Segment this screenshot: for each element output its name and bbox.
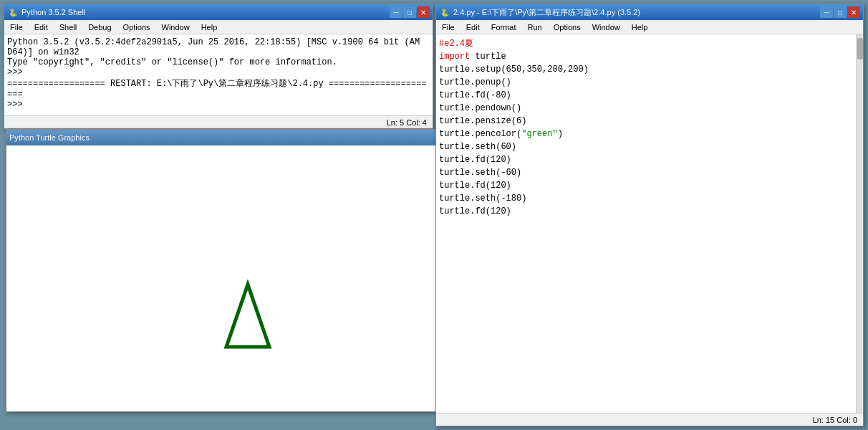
editor-window: 🐍 2.4.py - E:\下雨了\Py\第二章程序练习题\2.4.py (3.… [435, 4, 864, 426]
editor-menu-edit[interactable]: Edit [460, 22, 486, 33]
editor-close-button[interactable]: ✕ [847, 6, 860, 18]
code-line-8: turtle.pencolor("green") [439, 128, 860, 140]
code-line-3: turtle.setup(650,350,200,200) [439, 63, 860, 76]
code-string-8: "green" [521, 128, 557, 140]
code-line-10: turtle.fd(120) [439, 153, 860, 166]
code-text-6: turtle.pendown() [439, 102, 521, 115]
code-text-8b: ) [558, 128, 563, 140]
turtle-triangle [226, 285, 269, 347]
editor-menu-format[interactable]: Format [486, 22, 522, 33]
code-line-1: #e2.4夏 [439, 37, 860, 50]
editor-menu-bar: File Edit Format Run Options Window Help [436, 20, 863, 34]
shell-maximize-button[interactable]: □ [403, 6, 416, 18]
code-text-5: turtle.fd(-80) [439, 89, 511, 102]
code-line-13: turtle.seth(-180) [439, 192, 860, 205]
code-text-14: turtle.fd(120) [439, 205, 511, 218]
code-comment-1: #e2.4夏 [439, 37, 473, 50]
code-line-14: turtle.fd(120) [439, 205, 860, 218]
editor-code[interactable]: #e2.4夏 import turtle turtle.setup(650,35… [436, 34, 863, 413]
editor-scrollbar-thumb[interactable] [857, 38, 863, 59]
editor-minimize-button[interactable]: ─ [820, 6, 833, 18]
shell-title-text: Python 3.5.2 Shell [21, 8, 389, 16]
editor-menu-file[interactable]: File [436, 22, 460, 33]
code-text-13: turtle.seth(-180) [439, 192, 526, 205]
editor-title-text: 2.4.py - E:\下雨了\Py\第二章程序练习题\2.4.py (3.5.… [453, 7, 819, 18]
code-text-8a: turtle.pencolor( [439, 128, 521, 140]
shell-menu-edit[interactable]: Edit [29, 22, 54, 33]
editor-menu-run[interactable]: Run [522, 22, 548, 33]
code-line-2: import turtle [439, 50, 860, 63]
turtle-canvas [6, 145, 483, 411]
shell-content-area: Python 3.5.2 (v3.5.2:4def2a2901a5, Jun 2… [4, 34, 433, 115]
shell-menu-help[interactable]: Help [196, 22, 223, 33]
code-line-11: turtle.seth(-60) [439, 166, 860, 179]
code-text-12: turtle.fd(120) [439, 179, 511, 192]
shell-menu-debug[interactable]: Debug [82, 22, 117, 33]
shell-menu-window[interactable]: Window [156, 22, 196, 33]
editor-status-text: Ln: 15 Col: 0 [813, 416, 857, 424]
editor-content-area[interactable]: #e2.4夏 import turtle turtle.setup(650,35… [436, 34, 863, 413]
code-text-9: turtle.seth(60) [439, 140, 516, 153]
code-text-10: turtle.fd(120) [439, 153, 511, 166]
editor-maximize-button[interactable]: □ [834, 6, 847, 18]
code-kw-import: import [439, 50, 470, 63]
shell-menu-bar: File Edit Shell Debug Options Window Hel… [4, 20, 433, 34]
code-line-4: turtle.penup() [439, 76, 860, 89]
shell-output[interactable]: Python 3.5.2 (v3.5.2:4def2a2901a5, Jun 2… [4, 34, 433, 115]
editor-scrollbar[interactable] [856, 34, 863, 413]
code-line-5: turtle.fd(-80) [439, 89, 860, 102]
code-line-6: turtle.pendown() [439, 102, 860, 115]
turtle-drawing [23, 153, 467, 404]
shell-window: 🐍 Python 3.5.2 Shell ─ □ ✕ File Edit She… [4, 4, 433, 129]
turtle-canvas-area [6, 145, 483, 411]
editor-status-bar: Ln: 15 Col: 0 [436, 413, 863, 426]
code-line-12: turtle.fd(120) [439, 179, 860, 192]
shell-menu-file[interactable]: File [4, 22, 29, 33]
code-text-2: turtle [470, 50, 506, 63]
code-text-11: turtle.seth(-60) [439, 166, 521, 179]
editor-menu-help[interactable]: Help [626, 22, 654, 33]
code-text-3: turtle.setup(650,350,200,200) [439, 63, 589, 76]
editor-title-bar: 🐍 2.4.py - E:\下雨了\Py\第二章程序练习题\2.4.py (3.… [436, 4, 863, 20]
code-line-7: turtle.pensize(6) [439, 115, 860, 128]
shell-minimize-button[interactable]: ─ [390, 6, 402, 18]
turtle-window: Python Turtle Graphics ─ □ ✕ [6, 129, 484, 412]
shell-status-bar: Ln: 5 Col: 4 [4, 115, 433, 128]
code-text-7: turtle.pensize(6) [439, 115, 526, 128]
turtle-title-text: Python Turtle Graphics [9, 133, 440, 142]
shell-menu-shell[interactable]: Shell [54, 22, 82, 33]
shell-menu-options[interactable]: Options [117, 22, 156, 33]
shell-title-bar: 🐍 Python 3.5.2 Shell ─ □ ✕ [4, 4, 433, 20]
shell-icon: 🐍 [7, 6, 19, 18]
editor-icon: 🐍 [439, 6, 450, 18]
turtle-title-bar: Python Turtle Graphics ─ □ ✕ [6, 130, 483, 145]
code-text-4: turtle.penup() [439, 76, 511, 89]
shell-status-text: Ln: 5 Col: 4 [387, 118, 427, 127]
editor-menu-options[interactable]: Options [548, 22, 587, 33]
editor-menu-window[interactable]: Window [587, 22, 626, 33]
code-line-9: turtle.seth(60) [439, 140, 860, 153]
shell-close-button[interactable]: ✕ [417, 6, 430, 18]
